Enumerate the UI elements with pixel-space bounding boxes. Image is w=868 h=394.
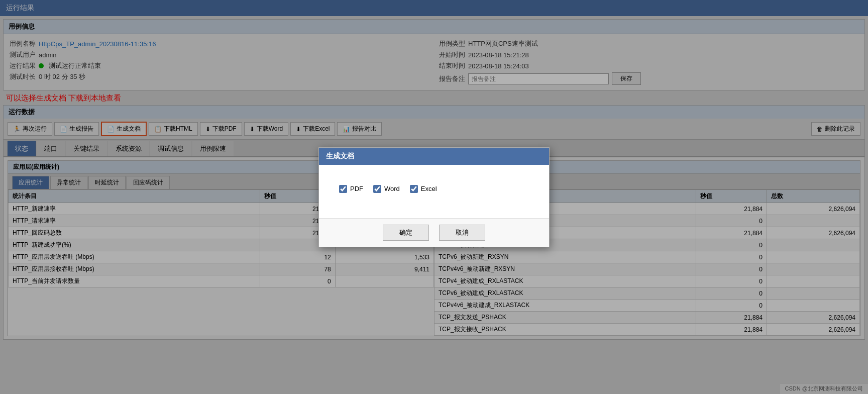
generate-doc-dialog: 生成文档 PDF Word Excel 确定 取消 xyxy=(318,147,550,247)
checkbox-word-label: Word xyxy=(384,185,400,192)
cancel-button[interactable]: 取消 xyxy=(439,225,485,241)
confirm-button[interactable]: 确定 xyxy=(383,225,429,241)
checkbox-group: PDF Word Excel xyxy=(339,180,529,208)
dialog-overlay: 生成文档 PDF Word Excel 确定 取消 xyxy=(0,0,868,394)
checkbox-excel[interactable] xyxy=(410,185,418,193)
checkbox-pdf[interactable] xyxy=(339,185,347,193)
dialog-footer: 确定 取消 xyxy=(319,218,549,247)
checkbox-pdf-label: PDF xyxy=(350,185,363,192)
checkbox-pdf-item[interactable]: PDF xyxy=(339,185,363,193)
checkbox-word[interactable] xyxy=(373,185,381,193)
checkbox-word-item[interactable]: Word xyxy=(373,185,400,193)
dialog-title-bar: 生成文档 xyxy=(319,148,549,165)
checkbox-excel-label: Excel xyxy=(421,185,437,192)
checkbox-excel-item[interactable]: Excel xyxy=(410,185,437,193)
dialog-body: PDF Word Excel xyxy=(319,165,549,218)
